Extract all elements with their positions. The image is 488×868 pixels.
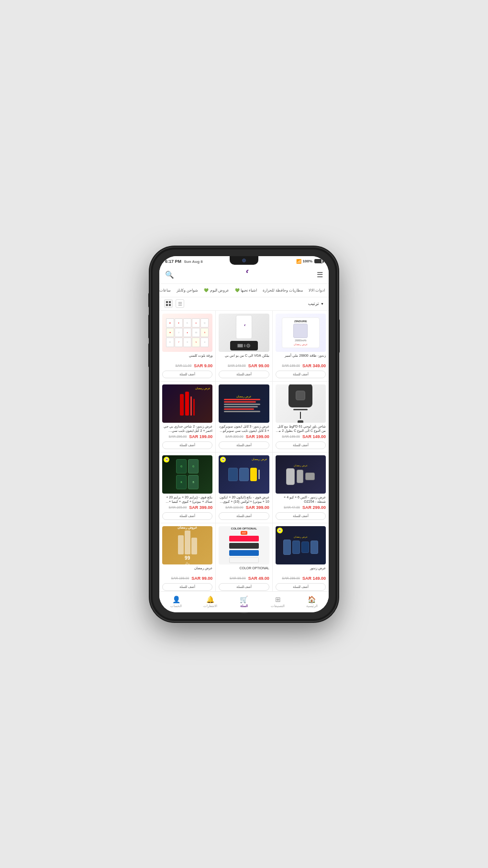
add-to-cart-11[interactable]: أضف للسلة: [219, 583, 269, 591]
price-row-6: SAR 199.00 SAR 149.00: [276, 434, 326, 439]
add-to-cart-2[interactable]: أضف للسلة: [219, 371, 269, 378]
view-toggle[interactable]: ☰: [164, 299, 184, 308]
mute-button: [148, 293, 150, 307]
power-button: [338, 319, 340, 353]
product-card-5[interactable]: عرض رمضان: [216, 382, 272, 452]
color-swatches: [229, 536, 259, 563]
price-current-9: SAR 299.00: [302, 505, 326, 510]
svg-rect-0: [166, 301, 168, 303]
add-to-cart-10[interactable]: أضف للسلة: [162, 583, 212, 591]
cat-item-batteries[interactable]: مطاريات وحافظة للحرارة: [263, 288, 302, 293]
nav-notifications[interactable]: 🔔 الاشعارات: [193, 596, 227, 608]
product-title-7: بكج فوي - (برايم 20 + برايم 20 + صناك + …: [162, 495, 212, 504]
product-image-7: 👻 G G K B: [162, 455, 212, 494]
product-card-8[interactable]: 👻 عرض رمضان: [216, 452, 272, 523]
search-icon[interactable]: 🔍: [165, 271, 174, 279]
product-card-2[interactable]: ʿ بيلكن VGA الى: [216, 311, 272, 381]
product-image-9: عرض رمضان: [276, 455, 326, 494]
price-row-5: SAR 300.00 SAR 199.00: [219, 434, 269, 439]
price-old-11: SAR 99.00: [230, 576, 246, 580]
product-card-3[interactable]: ZINDURE 26800mAh عرض رمضان زندور- طاقة 2…: [273, 311, 329, 381]
cat-item-watches[interactable]: ساعات: [159, 288, 171, 293]
status-time: 6:17 PM: [165, 259, 181, 264]
add-to-cart-3[interactable]: أضف للسلة: [276, 371, 326, 378]
price-current-2: SAR 99.00: [248, 363, 269, 368]
price-current-4: SAR 199.00: [189, 434, 212, 439]
add-to-cart-1[interactable]: أضف للسلة: [162, 371, 212, 378]
price-old-5: SAR 300.00: [225, 435, 244, 438]
add-to-cart-6[interactable]: أضف للسلة: [276, 441, 326, 449]
price-old-1: SAR 11.00: [175, 364, 191, 367]
product-title-5: عرض زندور- 3 كابل ايفون سوبركورد + 3 كاب…: [219, 424, 269, 433]
screen-content[interactable]: 6:17 PM Sun Aug 8 📶 100%: [159, 256, 329, 612]
bottom-nav: 👤 الحساب 🔔 الاشعارات 🛒 السلة ⊞: [159, 591, 329, 612]
add-to-cart-9[interactable]: أضف للسلة: [276, 512, 326, 520]
price-current-7: SAR 399.00: [189, 505, 212, 510]
add-to-cart-8[interactable]: أضف للسلة: [219, 512, 269, 520]
sort-bar: ☰ ▼ ترتيب: [159, 297, 329, 311]
phone-wrapper: 6:17 PM Sun Aug 8 📶 100%: [151, 248, 337, 621]
price-old-10: SAR 199.00: [171, 576, 189, 580]
nav-account[interactable]: 👤 الحساب: [159, 596, 193, 608]
cat-item-chargers[interactable]: شواحن وكابلز: [177, 288, 198, 293]
product-card-1[interactable]: A ♥ K ♦ Q ♣ J ♠ 10 9: [159, 311, 215, 381]
price-old-8: SAR 133.00: [225, 506, 244, 509]
volume-down-button: [148, 343, 150, 367]
nav-account-label: الحساب: [170, 604, 182, 608]
price-current-12: SAR 149.00: [302, 576, 326, 581]
add-to-cart-7[interactable]: أضف للسلة: [162, 512, 212, 520]
product-title-8: عرض فوي - بكج (ايكون 20 + ايكون 10 + بيو…: [219, 495, 269, 504]
price-row-8: SAR 133.00 SAR 399.00: [219, 505, 269, 510]
price-old-12: SAR 299.00: [282, 576, 300, 580]
add-to-cart-5[interactable]: أضف للسلة: [219, 441, 269, 449]
category-scroll[interactable]: ادوات الالا مطاريات وحافظة للحرارة اشياء…: [159, 284, 329, 297]
battery-icon: 100%: [303, 259, 312, 263]
product-card-11[interactable]: COLOR OPTIONAL HIT: [216, 523, 272, 591]
product-card-6[interactable]: شاحن باور لوجي PD 61وط مع كابل من النوع …: [273, 382, 329, 452]
volume-up-button: [148, 315, 150, 338]
price-row-2: SAR 149.00 SAR 99.00: [219, 363, 269, 368]
product-image-6: [276, 384, 326, 423]
product-card-10[interactable]: عروض رمضان 99 ريال: [159, 523, 215, 591]
product-card-7[interactable]: 👻 G G K B بكج فوي: [159, 452, 215, 523]
product-title-10: عرض رمضان: [162, 566, 212, 575]
product-card-12[interactable]: 👻 عرض رمضان: [273, 523, 329, 591]
scrollable-area[interactable]: 6:17 PM Sun Aug 8 📶 100%: [159, 256, 329, 591]
price-current-8: SAR 399.00: [246, 505, 269, 510]
add-to-cart-12[interactable]: أضف للسلة: [276, 583, 326, 591]
phone-screen: 6:17 PM Sun Aug 8 📶 100%: [159, 256, 329, 612]
cat-item-tools[interactable]: ادوات الالا: [309, 288, 325, 293]
nav-home[interactable]: 🏠 الرئيسية: [295, 596, 329, 608]
battery-bar: [314, 259, 323, 263]
price-old-6: SAR 199.00: [282, 435, 300, 438]
sort-label: ترتيب: [308, 301, 319, 306]
status-right: 📶 100%: [296, 259, 323, 264]
price-row-10: SAR 199.00 SAR 99.00: [162, 576, 212, 581]
nav-categories-label: التصنيفات: [271, 604, 285, 608]
list-view-button[interactable]: ☰: [176, 299, 184, 308]
product-image-11: COLOR OPTIONAL HIT: [219, 526, 269, 564]
price-old-3: SAR 199.00: [282, 364, 300, 367]
add-to-cart-4[interactable]: أضف للسلة: [162, 441, 212, 449]
svg-rect-1: [169, 301, 171, 303]
price-current-5: SAR 199.00: [246, 434, 269, 439]
cards-pattern: A ♥ K ♦ Q ♣ J ♠ 10 9: [166, 318, 209, 347]
product-card-4[interactable]: عرض رمضان عرض: [159, 382, 215, 452]
camera-dot: [242, 259, 246, 262]
product-title-12: عرض زندور: [276, 566, 326, 575]
nav-cart[interactable]: 🛒 السلة: [227, 596, 261, 608]
price-row-1: SAR 11.00 SAR 9.00: [162, 363, 212, 368]
svg-rect-2: [166, 304, 168, 306]
sort-button[interactable]: ▼ ترتيب: [308, 301, 324, 306]
product-image-12: 👻 عرض رمضان: [276, 526, 326, 564]
price-current-11: SAR 49.00: [248, 576, 269, 581]
product-card-9[interactable]: عرض رمضان عرض زندور - اكس 6 + كيو 4 +: [273, 452, 329, 523]
price-old-2: SAR 149.00: [228, 364, 246, 367]
cat-item-today[interactable]: عروض اليوم 💚: [204, 288, 229, 293]
cat-item-gifts[interactable]: اشياء تحيها 💚: [235, 288, 257, 293]
status-date: Sun Aug 8: [184, 259, 203, 264]
menu-icon[interactable]: ☰: [317, 271, 323, 279]
grid-view-button[interactable]: [164, 299, 173, 308]
nav-categories[interactable]: ⊞ التصنيفات: [261, 596, 295, 608]
price-row-12: SAR 299.00 SAR 149.00: [276, 576, 326, 581]
